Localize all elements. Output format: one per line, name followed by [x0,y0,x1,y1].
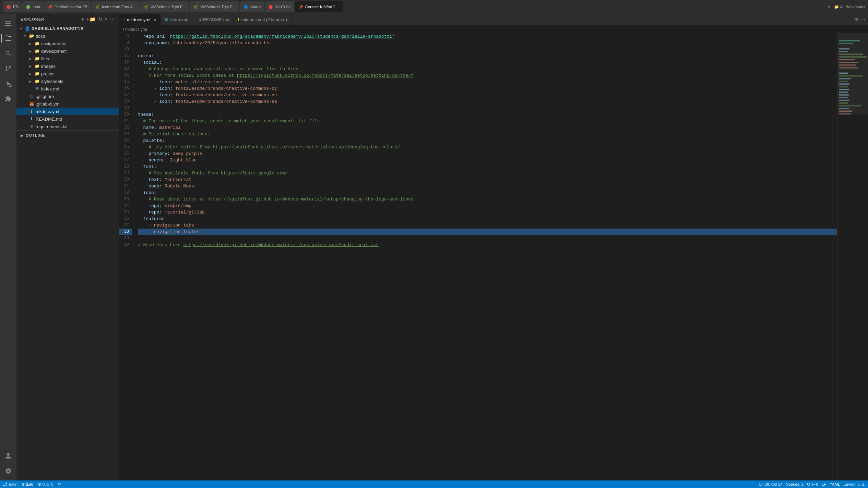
tree-item-docs[interactable]: ▼📂docs [16,32,119,40]
tree-item-requirements-txt[interactable]: ≡requirements.txt [16,123,119,130]
vscode-window: EXPLORER + +📁 ↻ ≡ ⋯ ▼ 👤 GABRIELLA-ARNADO… [0,14,868,488]
code-line-29: # See available fonts from https://fonts… [138,170,837,176]
refresh-icon[interactable]: ↻ [98,16,103,22]
editor-tab-readme-md-tab[interactable]: ℹREADME.md [195,14,234,25]
tab-favicon-youtube: 🔴 [268,4,273,9]
minimap[interactable] [837,33,868,480]
browser-tab-inna[interactable]: 🟢Inna [22,1,44,12]
code-content[interactable]: repo_url: https://gitlab.fabcloud.org/ac… [136,33,837,480]
tree-item-stylesheets[interactable]: ▶📁stylesheets [16,77,119,85]
browser-tab-youtube[interactable]: 🔴YouTube [265,1,294,12]
root-folder-label: GABRIELLA-ARNADOTTIR [32,26,116,30]
activity-icon-settings[interactable] [1,464,15,478]
tree-item-readme-md[interactable]: ℹREADME.md [16,115,119,123]
more-editor-actions-icon[interactable]: ⋯ [860,17,865,22]
label-gitignore: .gitignore [36,94,116,99]
more-tabs-button[interactable]: » [825,3,833,11]
editor-tabs-list: !mkdocs.yml×Mindex.mdℹREADME.md!mkdocs.y… [119,14,292,25]
new-file-icon[interactable]: + [81,16,84,22]
tab-favicon-dreifnamsvefur: 📌 [48,4,52,9]
language-item[interactable]: YAML [830,482,840,486]
line-number-25: 25 [119,144,132,150]
browser-tab-icons-font[interactable]: 🌿Icons from Font A... [92,1,140,12]
label-mkdocs-yml: mkdocs.yml [36,109,116,114]
editor-tab-mkdocs-yml-tab[interactable]: !mkdocs.yml× [119,14,161,25]
label-gitlab-ci: .gitlab-ci.yml [36,101,116,107]
git-status-item[interactable]: ⎇ main [3,482,17,487]
tree-item-assignments[interactable]: ▶📁assignments [16,40,119,47]
errors-item[interactable]: ⊗ 0 ⚠ 0 [38,482,53,487]
cursor-position[interactable]: Ln 38, Col 24 [759,482,783,486]
line-number-16: 16 [119,85,132,92]
line-number-35: 35 [119,209,132,216]
layout-item[interactable]: Layout: U.S. [844,482,865,486]
browser-tab-w3schools1[interactable]: 🌿W3Schools Tryit E... [140,1,190,12]
code-line-36: features: [138,216,837,222]
browser-tab-course[interactable]: 📌Course: Þjálfari 2.... [295,1,343,12]
tree-item-project[interactable]: ▶📁project [16,70,119,77]
code-line-8: repo_url: https://gitlab.fabcloud.org/ac… [138,33,837,40]
browser-tab-dreifnamsvefur[interactable]: 📌Dreifnámsvefur FB [44,1,91,12]
more-actions-icon[interactable]: ⋯ [110,16,115,22]
line-number-31: 31 [119,183,132,190]
line-number-13: 13 [119,66,132,72]
browser-tab-fb[interactable]: 🔴FB [3,1,22,12]
tab-label-mkdocs-yml-tab: mkdocs.yml [127,17,151,22]
activity-icon-run[interactable] [1,77,15,90]
breadcrumb-filename[interactable]: mkdocs.yml [125,27,147,32]
new-folder-icon[interactable]: +📁 [86,16,96,22]
outline-header[interactable]: ▶ OUTLINE [16,132,119,139]
activity-icon-extensions[interactable] [1,92,15,106]
code-line-34: logo: simple/amp [138,203,837,209]
gitlab-item[interactable]: GitLab [22,482,34,486]
browser-tab-w3schools2[interactable]: 🌿W3Schools Tryit E... [190,1,239,12]
bookmark-icon: 📁 [834,4,839,9]
activity-icon-source-control[interactable] [1,62,15,75]
icon-index-md: M [34,86,40,92]
split-editor-icon[interactable]: ⊞ [854,17,858,22]
code-line-9: repo_name: fabricademy/2025/gabriella-ar… [138,40,837,46]
svg-rect-2 [5,25,11,26]
code-line-28: font: [138,163,837,170]
collapse-icon[interactable]: ≡ [105,16,108,22]
root-arrow: ▼ [19,27,23,30]
code-editor[interactable]: 8910111213141516171819202122232425262728… [119,33,868,480]
line-ending-item[interactable]: LF [822,482,826,486]
arrow-assignments: ▶ [29,42,33,46]
minimap-svg [837,33,868,480]
icon-project: 📁 [34,71,40,76]
svg-rect-0 [5,21,11,22]
activity-icon-menu[interactable] [1,16,15,30]
root-folder[interactable]: ▼ 👤 GABRIELLA-ARNADOTTIR [16,25,119,32]
tree-item-mkdocs-yml[interactable]: !mkdocs.yml [16,108,119,115]
tab-favicon-snara: 🔵 [243,4,248,9]
icon-gitignore: ⬡ [29,94,34,99]
activity-icon-account[interactable] [1,449,15,463]
browser-tab-snara[interactable]: 🔵Snara [240,1,264,12]
label-assignments: assignments [41,41,116,46]
outline-arrow: ▶ [21,134,24,137]
encoding-item[interactable]: UTF-8 [807,482,818,486]
tree-item-files[interactable]: ▶📁files [16,55,119,62]
code-line-12: social: [138,59,837,66]
tree-item-images[interactable]: ▶📁images [16,62,119,70]
tree-item-gitignore[interactable]: ⬡.gitignore [16,93,119,100]
tab-label-course: Course: Þjálfari 2.... [305,5,340,9]
activity-icon-search[interactable] [1,47,15,60]
sync-item[interactable]: ↺ [58,482,61,487]
activity-icon-explorer[interactable] [1,32,15,45]
editor-tab-index-md-tab[interactable]: Mindex.md [161,14,195,25]
all-bookmarks-button[interactable]: 📁 All Bookmarks [834,4,866,9]
tab-type-icon-readme-md-tab: ℹ [199,17,201,22]
svg-rect-1 [5,23,11,24]
tree-item-index-md[interactable]: Mindex.md [16,85,119,93]
tree-item-gitlab-ci[interactable]: 🦊.gitlab-ci.yml [16,100,119,108]
spaces-item[interactable]: Spaces: 2 [786,482,804,486]
explorer-header: EXPLORER + +📁 ↻ ≡ ⋯ [16,14,119,25]
editor-tab-mkdocs-changed-tab[interactable]: !mkdocs.yml (Changed) [234,14,292,25]
tree-item-development[interactable]: ▶📁development [16,47,119,55]
tab-favicon-fb: 🔴 [6,4,11,9]
tab-close-mkdocs-yml-tab[interactable]: × [154,17,156,23]
line-number-11: 11 [119,53,132,59]
explorer-title: EXPLORER [21,17,44,21]
